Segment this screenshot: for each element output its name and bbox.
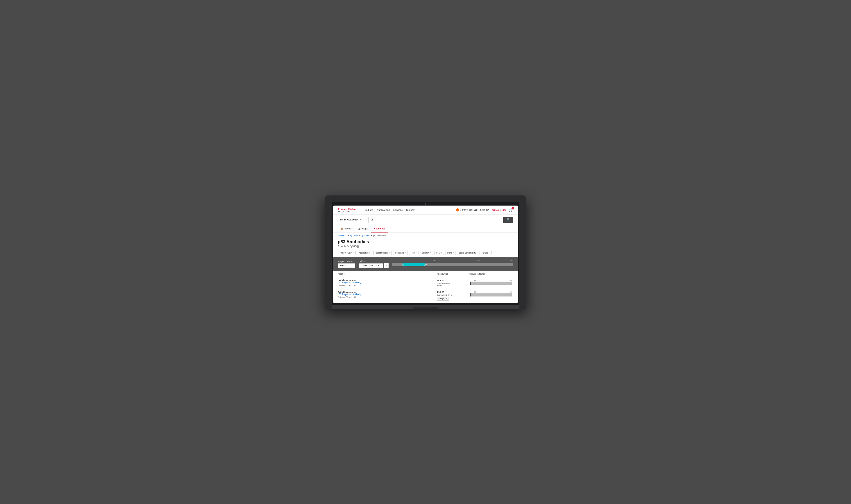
- filter-protein-target-label: Protein Target: [340, 252, 352, 254]
- product-name-2[interactable]: p53 Polyclonal Antibody: [338, 293, 435, 295]
- connect-icon: ●: [456, 209, 459, 212]
- range-handle-left[interactable]: [402, 264, 404, 266]
- sign-in-button[interactable]: Sign In ▾: [480, 209, 489, 211]
- seq-bar-1: [470, 282, 513, 285]
- range-label-50: 50: [434, 260, 436, 262]
- product-col-1: Bethyl Laboratories p53 Polyclonal Antib…: [338, 279, 435, 286]
- uniprot-group: UniProt CTNNB1: P35222 ↗: [359, 260, 389, 268]
- uniprot-label: UniProt: [359, 260, 389, 262]
- chevron-down-icon: ▾: [489, 252, 489, 254]
- seq-marker-start-2: [470, 293, 471, 296]
- logo: ThermoFisher SCIENTIFIC: [338, 208, 357, 212]
- filter-protein-target[interactable]: Protein Target ▾: [338, 251, 355, 255]
- chevron-down-icon: ▾: [369, 252, 370, 254]
- filter-ptm[interactable]: PTM ▾: [434, 251, 444, 255]
- search-input[interactable]: [368, 217, 503, 223]
- sequence-range-slider[interactable]: 1 50 100 393 ⇄: [392, 260, 513, 268]
- filter-clone-label: Clone: [447, 252, 452, 254]
- search-category-dropdown[interactable]: Primary Antibodies: [338, 217, 368, 223]
- logo-text: ThermoFisher: [338, 208, 357, 211]
- uniprot-dropdown[interactable]: CTNNB1: P35222: [359, 264, 383, 268]
- breadcrumb-by-protein[interactable]: by Protein: [361, 234, 370, 237]
- nav-products[interactable]: Products: [364, 209, 373, 211]
- filter-clonality-label: Clonality: [422, 252, 430, 254]
- seq-track-2: [470, 293, 513, 296]
- range-selected: [403, 263, 425, 266]
- results-text: results for: [340, 245, 350, 248]
- laptop-screen: ThermoFisher SCIENTIFIC Products Applica…: [333, 205, 518, 303]
- filter-brand-label: Brand: [483, 252, 488, 254]
- filter-target-species[interactable]: Target Species ▾: [373, 251, 392, 255]
- filter-clonality[interactable]: Clonality ▾: [420, 251, 433, 255]
- seq-label-100-1: 100: [509, 279, 513, 281]
- filter-conjugate-label: Conjugate: [395, 252, 404, 254]
- external-link-button[interactable]: ↗: [384, 263, 389, 268]
- epitope-range-area: Antigenic Species Human UniProt CTNNB1: …: [333, 257, 518, 271]
- tabs-area: 📦 Products 🖼 Images ✦ Epitopes: [333, 225, 518, 233]
- filter-host-label: Host: [411, 252, 415, 254]
- product-col-2: Bethyl Laboratories p53 Polyclonal Antib…: [338, 291, 435, 298]
- filter-laser-label: Laser Compatibility: [459, 252, 476, 254]
- breadcrumb-by-gene[interactable]: by Gene: [350, 234, 358, 237]
- breadcrumb-antibodies[interactable]: Antibodies: [338, 234, 347, 237]
- range-label-start: 1: [392, 260, 393, 262]
- quick-order-button[interactable]: Quick Order: [492, 209, 506, 211]
- laptop-shell: ThermoFisher SCIENTIFIC Products Applica…: [325, 196, 526, 309]
- volume-select-2[interactable]: 100µL: [437, 297, 449, 301]
- product-range-1: Between 50 and 100: [338, 284, 435, 286]
- search-button[interactable]: 🔍: [503, 217, 513, 223]
- nav-support[interactable]: Support: [406, 209, 415, 211]
- product-brand-1: Bethyl Laboratories: [338, 279, 435, 281]
- tab-images-icon: 🖼: [358, 228, 360, 230]
- results-table: Product Price (USD) Sequence Range Bethy…: [333, 271, 518, 303]
- breadcrumb-area: Antibodies ▶ by Gene ▶ by Protein ▶ p53 …: [333, 233, 518, 238]
- connect-lab-button[interactable]: ● Connect Your Lab: [456, 209, 478, 212]
- seq-label-50-2: 50: [474, 291, 476, 293]
- nav-services[interactable]: Services: [393, 209, 402, 211]
- chevron-down-icon: ▾: [430, 252, 431, 254]
- filter-target-species-label: Target Species: [375, 252, 388, 254]
- range-track: ⇄: [392, 263, 513, 266]
- filters-area: Protein Target ▾ Application ▾ Target Sp…: [333, 250, 518, 257]
- col-header-sequence: Sequence Range: [469, 273, 513, 275]
- price-cat-1: Cat # A300-247A: [437, 282, 468, 284]
- range-label-100: 100: [477, 260, 480, 262]
- filter-host[interactable]: Host ▾: [409, 251, 419, 255]
- filter-clone[interactable]: Clone ▾: [445, 251, 456, 255]
- filter-conjugate[interactable]: Conjugate ▾: [393, 251, 407, 255]
- seq-marker-end-1: [512, 282, 513, 285]
- tab-images[interactable]: 🖼 Images: [355, 225, 371, 233]
- search-area: Primary Antibodies 🔍: [333, 215, 518, 225]
- filter-laser-compatibility[interactable]: Laser Compatibility ▾: [457, 251, 480, 255]
- filter-brand[interactable]: Brand ▾: [481, 251, 491, 255]
- logo-fisher-part: Fisher: [348, 208, 357, 211]
- search-category-label: Primary Antibodies: [340, 218, 359, 221]
- table-header: Product Price (USD) Sequence Range: [338, 271, 513, 277]
- chevron-down-icon: ▾: [476, 252, 477, 254]
- uniprot-value: CTNNB1: P35222: [361, 265, 377, 267]
- price-col-2: 238.00 Cat # A300-247A-M 100µL: [437, 291, 468, 301]
- screen-bezel: ThermoFisher SCIENTIFIC Products Applica…: [332, 202, 519, 305]
- cart-icon[interactable]: 🛒 7: [509, 208, 513, 212]
- breadcrumb-sep-2: ▶: [359, 234, 360, 237]
- price-cat-2: Cat # A300-247A-M: [437, 294, 468, 296]
- nav-applications[interactable]: Applications: [377, 209, 390, 211]
- product-name-1[interactable]: p53 Polyclonal Antibody: [338, 281, 435, 284]
- tab-epitopes[interactable]: ✦ Epitopes: [371, 225, 388, 233]
- col-header-product: Product: [338, 273, 435, 275]
- price-1: 348.00: [437, 279, 468, 282]
- results-count: 5: [338, 245, 339, 248]
- seq-marker-end-2: [512, 293, 513, 296]
- filter-application-label: Application: [359, 252, 368, 254]
- filter-application[interactable]: Application ▾: [357, 251, 372, 255]
- tab-products[interactable]: 📦 Products: [338, 225, 355, 233]
- range-label-end: 393: [510, 260, 513, 262]
- seq-label-100-2: 100: [509, 291, 513, 293]
- range-handle-right[interactable]: ⇄: [424, 264, 426, 266]
- nav-right: ● Connect Your Lab Sign In ▾ Quick Order…: [456, 208, 513, 212]
- laptop-base: [332, 305, 519, 309]
- antigenic-species-dropdown[interactable]: Human: [338, 264, 355, 268]
- chevron-down-icon: ▾: [353, 252, 353, 254]
- species-value: Human: [340, 265, 346, 267]
- table-row: Bethyl Laboratories p53 Polyclonal Antib…: [338, 277, 513, 289]
